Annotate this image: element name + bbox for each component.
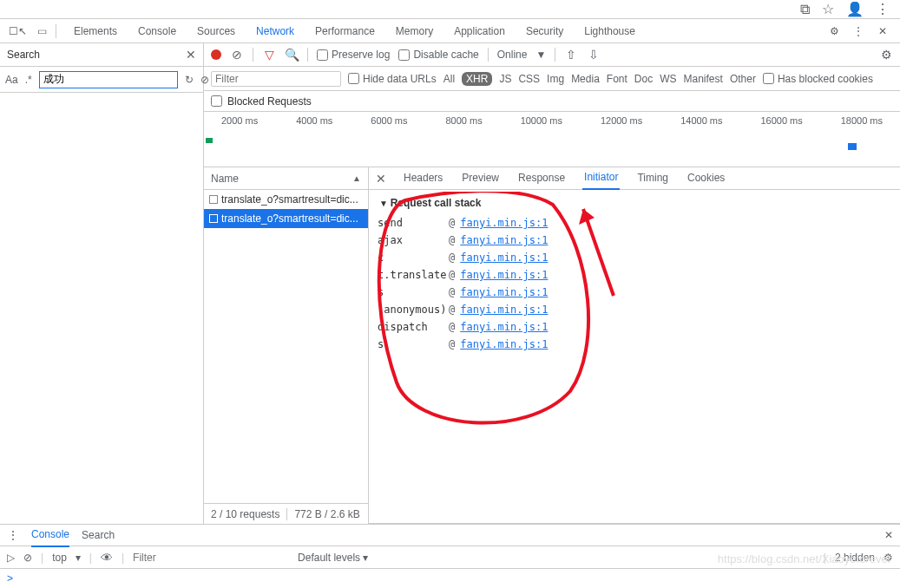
- hidden-messages-label[interactable]: 2 hidden: [835, 552, 875, 564]
- tab-security[interactable]: Security: [516, 19, 574, 43]
- console-filter-input[interactable]: [133, 552, 289, 564]
- context-select[interactable]: top: [52, 552, 67, 564]
- throttling-caret-icon[interactable]: ▼: [535, 49, 546, 61]
- match-case-toggle[interactable]: Aa: [5, 74, 18, 86]
- request-column-name[interactable]: Name: [211, 173, 239, 185]
- browser-menu-icon[interactable]: ⋮: [876, 1, 890, 17]
- run-icon[interactable]: ▷: [7, 552, 15, 564]
- drawer-tabs: ⋮ Console Search ✕: [0, 524, 900, 546]
- search-title: Search: [7, 49, 186, 61]
- stack-frame: ajax@fanyi.min.js:1: [378, 232, 891, 249]
- stack-source-link[interactable]: fanyi.min.js:1: [460, 249, 548, 266]
- stack-source-link[interactable]: fanyi.min.js:1: [460, 266, 548, 284]
- timeline-tick: 18000 ms: [841, 115, 883, 126]
- search-input[interactable]: [39, 71, 178, 88]
- extensions-icon[interactable]: ⧉: [800, 2, 810, 17]
- drawer-tab-console[interactable]: Console: [31, 524, 69, 547]
- close-drawer-icon[interactable]: ✕: [884, 529, 893, 541]
- close-devtools-icon[interactable]: ✕: [872, 21, 893, 42]
- record-button[interactable]: [211, 49, 221, 60]
- sort-asc-icon[interactable]: ▲: [352, 173, 361, 183]
- filter-type-ws[interactable]: WS: [660, 73, 676, 85]
- preserve-log-checkbox[interactable]: Preserve log: [317, 49, 390, 61]
- hide-data-urls-checkbox[interactable]: Hide data URLs: [348, 73, 437, 85]
- drawer-tab-search[interactable]: Search: [82, 525, 115, 546]
- has-blocked-cookies-checkbox[interactable]: Has blocked cookies: [763, 73, 873, 85]
- file-icon: [209, 214, 218, 223]
- log-levels-select[interactable]: Default levels ▾: [298, 552, 368, 564]
- filter-type-img[interactable]: Img: [547, 73, 564, 85]
- tab-memory[interactable]: Memory: [385, 19, 443, 43]
- filter-type-all[interactable]: All: [443, 73, 455, 85]
- call-stack-title[interactable]: Request call stack: [378, 195, 891, 214]
- tab-lighthouse[interactable]: Lighthouse: [574, 19, 646, 43]
- detail-tab-preview[interactable]: Preview: [460, 167, 501, 189]
- filter-type-manifest[interactable]: Manifest: [684, 73, 723, 85]
- request-filter-input[interactable]: [211, 71, 341, 87]
- blocked-requests-checkbox[interactable]: [211, 95, 222, 107]
- export-har-icon[interactable]: ⇩: [587, 48, 601, 62]
- console-prompt[interactable]: >: [0, 569, 900, 588]
- detail-tab-initiator[interactable]: Initiator: [582, 167, 620, 190]
- toggle-device-icon[interactable]: ▭: [31, 21, 52, 42]
- settings-gear-icon[interactable]: ⚙: [824, 21, 844, 42]
- request-list: Name ▲ translate_o?smartresult=dic... tr…: [204, 167, 369, 524]
- more-icon[interactable]: ⋮: [848, 21, 869, 42]
- detail-tab-headers[interactable]: Headers: [402, 167, 444, 189]
- inspect-element-icon[interactable]: ☐↖: [7, 21, 28, 42]
- tab-console[interactable]: Console: [128, 19, 187, 43]
- search-network-icon[interactable]: 🔍: [285, 48, 299, 62]
- stack-source-link[interactable]: fanyi.min.js:1: [460, 301, 548, 318]
- disable-cache-checkbox[interactable]: Disable cache: [398, 49, 478, 61]
- stack-source-link[interactable]: fanyi.min.js:1: [460, 232, 548, 249]
- bookmark-star-icon[interactable]: ☆: [822, 1, 834, 17]
- request-row[interactable]: translate_o?smartresult=dic...: [204, 190, 368, 209]
- console-settings-icon[interactable]: ⚙: [884, 552, 893, 564]
- filter-type-media[interactable]: Media: [571, 73, 600, 85]
- filter-type-other[interactable]: Other: [730, 73, 756, 85]
- stack-source-link[interactable]: fanyi.min.js:1: [460, 284, 548, 301]
- tab-elements[interactable]: Elements: [63, 19, 128, 43]
- timeline-marker-icon: [848, 143, 857, 150]
- stack-source-link[interactable]: fanyi.min.js:1: [460, 336, 548, 353]
- timeline-tick: 2000 ms: [221, 115, 258, 126]
- blocked-requests-label: Blocked Requests: [227, 95, 312, 108]
- drawer-menu-icon[interactable]: ⋮: [7, 528, 19, 542]
- clear-console-icon[interactable]: ⊘: [23, 552, 32, 564]
- user-avatar-icon[interactable]: 👤: [846, 1, 864, 17]
- tab-sources[interactable]: Sources: [187, 19, 246, 43]
- timeline-overview[interactable]: 2000 ms 4000 ms 6000 ms 8000 ms 10000 ms…: [204, 112, 900, 167]
- devtools-window: ☐↖ ▭ Elements Console Sources Network Pe…: [0, 19, 900, 588]
- tab-performance[interactable]: Performance: [305, 19, 385, 43]
- tab-application[interactable]: Application: [443, 19, 516, 43]
- clear-log-icon[interactable]: ⊘: [230, 48, 244, 62]
- import-har-icon[interactable]: ⇧: [564, 48, 578, 62]
- filter-toggle-icon[interactable]: ▽: [262, 48, 276, 62]
- throttling-select[interactable]: Online: [497, 49, 528, 61]
- stack-source-link[interactable]: fanyi.min.js:1: [460, 214, 548, 232]
- devtools-tabs-row: ☐↖ ▭ Elements Console Sources Network Pe…: [0, 19, 900, 43]
- network-settings-icon[interactable]: ⚙: [879, 48, 893, 62]
- detail-tab-cookies[interactable]: Cookies: [686, 167, 726, 189]
- refresh-search-icon[interactable]: ↻: [185, 74, 194, 86]
- filter-type-css[interactable]: CSS: [518, 73, 540, 85]
- stack-frame: send@fanyi.min.js:1: [378, 214, 891, 232]
- request-detail-pane: ✕ Headers Preview Response Initiator Tim…: [369, 167, 900, 524]
- close-detail-icon[interactable]: ✕: [376, 172, 386, 186]
- search-sidebar: Search ✕ Aa .* ↻ ⊘: [0, 43, 204, 524]
- filter-type-doc[interactable]: Doc: [634, 73, 653, 85]
- filter-type-xhr[interactable]: XHR: [462, 72, 492, 86]
- filter-type-font[interactable]: Font: [607, 73, 627, 85]
- tab-network[interactable]: Network: [246, 19, 305, 43]
- request-row[interactable]: translate_o?smartresult=dic...: [204, 209, 368, 228]
- detail-tab-timing[interactable]: Timing: [635, 167, 670, 189]
- close-search-icon[interactable]: ✕: [186, 48, 196, 62]
- regex-toggle[interactable]: .*: [25, 74, 32, 86]
- browser-toolbar: ⧉ ☆ 👤 ⋮: [0, 0, 900, 19]
- detail-tab-response[interactable]: Response: [516, 167, 567, 189]
- request-summary: 2 / 10 requests772 B / 2.6 kB: [204, 503, 368, 524]
- live-expression-icon[interactable]: 👁: [101, 551, 113, 565]
- stack-frame: t.translate@fanyi.min.js:1: [378, 266, 891, 284]
- filter-type-js[interactable]: JS: [499, 73, 511, 85]
- stack-source-link[interactable]: fanyi.min.js:1: [460, 318, 548, 336]
